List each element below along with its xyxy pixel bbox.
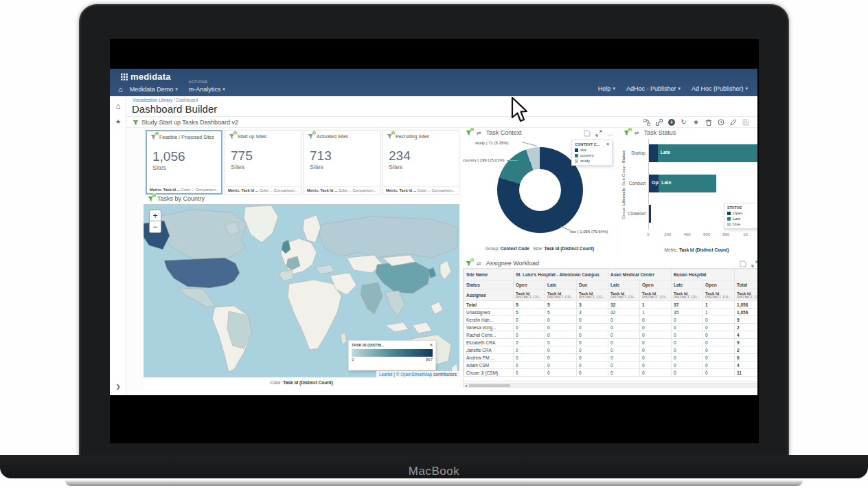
status-col-header[interactable]: Open [640, 280, 672, 289]
value-cell[interactable]: 0 [703, 369, 735, 377]
value-cell[interactable]: 0 [545, 354, 577, 362]
bar-segment-open[interactable] [649, 205, 651, 223]
assignee-name-cell[interactable]: Unassigned [464, 309, 514, 316]
value-cell[interactable]: 0 [545, 331, 577, 339]
value-cell[interactable]: 0 [514, 346, 545, 354]
assignee-name-cell[interactable]: Adam CSM [464, 362, 514, 369]
measure-header[interactable]: Task IdDISTINCT_CO... [608, 289, 640, 301]
table-row-chuan-ji-csm-[interactable]: Chuan Ji (CSM)000000011 [464, 369, 758, 377]
value-cell[interactable]: 0 [577, 354, 608, 362]
value-cell[interactable]: 0 [672, 362, 703, 369]
refresh-icon[interactable]: ↻ [680, 118, 687, 126]
filter-funnel-icon[interactable]: 1 [150, 134, 157, 140]
close-icon[interactable]: × [606, 142, 609, 146]
status-col-header[interactable]: Open [514, 280, 545, 289]
value-cell[interactable]: 0 [608, 346, 640, 354]
legend-item-open[interactable]: Open [724, 210, 757, 216]
value-cell[interactable]: 0 [703, 362, 735, 369]
save-icon[interactable] [739, 260, 746, 267]
save-icon[interactable] [742, 118, 749, 126]
delete-icon[interactable] [705, 118, 712, 126]
table-row-kerstin-hah-[interactable]: Kerstin Hah...00000009 [464, 316, 758, 324]
home-icon[interactable]: ⌂ [118, 85, 123, 93]
horizontal-scrollbar[interactable]: ◄► [463, 383, 757, 388]
legend-item-site[interactable]: site [572, 147, 612, 153]
save-icon[interactable] [583, 129, 591, 137]
value-cell[interactable]: 0 [577, 369, 608, 377]
table-row-elizabeth-cra[interactable]: Elizabeth CRA00000009 [464, 339, 758, 346]
value-cell[interactable]: 0 [608, 339, 640, 346]
osm-link[interactable]: OpenStreetMap [400, 372, 432, 377]
total-cell[interactable]: 4 [735, 362, 757, 369]
value-cell[interactable]: 0 [608, 331, 640, 339]
download-icon[interactable] [667, 118, 675, 126]
site-group-header[interactable]: St. Luke's Hospital - Allentown Campus [514, 269, 608, 280]
value-cell[interactable]: 0 [545, 346, 577, 354]
kpi-card-startup-sites[interactable]: 2Start up Sites 775 Sites Metric: Task I… [225, 130, 301, 195]
value-cell[interactable]: 0 [672, 316, 703, 324]
value-cell[interactable]: 0 [545, 362, 577, 369]
site-group-header[interactable]: Busan Hospital [672, 269, 735, 280]
zoom-out-button[interactable]: − [149, 221, 161, 233]
favorite-star-icon[interactable]: ★ [692, 118, 700, 126]
measure-header[interactable]: Task IdDISTINCT_CO... [577, 289, 608, 301]
kpi-card-recruiting-sites[interactable]: 1Recruiting Sites 234 Sites Metric: Task… [382, 130, 459, 195]
value-cell[interactable]: 0 [608, 324, 640, 331]
table-row-andrew-pm-[interactable]: Andrew PM ...00000006 [464, 354, 758, 362]
swap-icon[interactable]: ⇄ [477, 130, 481, 136]
value-cell[interactable]: 0 [703, 331, 735, 339]
value-cell[interactable]: 0 [672, 354, 703, 362]
measure-header[interactable]: Task IdDISTINCT_CO... [735, 289, 757, 301]
total-cell[interactable]: 6 [735, 354, 757, 362]
value-cell[interactable]: 0 [672, 346, 703, 354]
total-cell[interactable]: 9 [735, 316, 757, 324]
value-cell[interactable]: 1 [640, 309, 672, 316]
table-row-janette-cra[interactable]: Janette CRA00000002 [464, 346, 758, 354]
total-col-header[interactable]: Total [735, 280, 757, 289]
status-col-header[interactable]: Due [577, 280, 608, 289]
breadcrumb-link[interactable]: Visualization Library [133, 98, 172, 102]
status-col-header[interactable]: Late [608, 280, 640, 289]
value-cell[interactable]: 0 [640, 316, 672, 324]
value-cell[interactable]: 5 [545, 301, 577, 309]
measure-header[interactable]: Task IdDISTINCT_CO... [514, 289, 545, 301]
value-cell[interactable]: 0 [577, 346, 608, 354]
assignee-name-cell[interactable]: Andrew PM ... [464, 354, 514, 362]
edit-pencil-icon[interactable] [729, 118, 737, 126]
value-cell[interactable]: 1 [703, 309, 735, 316]
dashboard-name[interactable]: Study Start up Tasks Dashboard v2 [133, 119, 238, 126]
total-cell[interactable]: 9 [735, 339, 757, 346]
filter-funnel-icon[interactable]: 2 [308, 133, 314, 140]
value-cell[interactable]: 0 [703, 324, 735, 331]
measure-header[interactable]: Task IdDISTINCT_CO... [703, 289, 735, 301]
value-cell[interactable]: 0 [577, 339, 608, 346]
nav-menu-analytics[interactable]: m-Analytics▾ [189, 86, 225, 93]
value-cell[interactable]: 1 [640, 301, 672, 309]
expand-icon[interactable] [751, 260, 757, 267]
value-cell[interactable]: 0 [577, 324, 608, 331]
scroll-thumb[interactable] [469, 384, 510, 387]
value-cell[interactable]: 0 [608, 369, 640, 377]
bar-row-startup[interactable]: StartupLate [649, 144, 757, 162]
table-row-rachel-centr-[interactable]: Rachel Centr...00000004 [464, 331, 758, 339]
value-cell[interactable]: 0 [545, 316, 577, 324]
value-cell[interactable]: 0 [640, 369, 672, 377]
value-cell[interactable]: 0 [608, 362, 640, 369]
value-cell[interactable]: 5 [514, 309, 545, 316]
value-cell[interactable]: 5 [514, 301, 545, 309]
value-cell[interactable]: 0 [545, 324, 577, 331]
zoom-in-button[interactable]: + [149, 210, 161, 221]
value-cell[interactable]: 0 [640, 331, 672, 339]
value-cell[interactable]: 0 [640, 354, 672, 362]
value-cell[interactable]: 0 [703, 316, 735, 324]
value-cell[interactable]: 0 [514, 331, 545, 339]
bar-segment-open[interactable] [649, 144, 658, 162]
value-cell[interactable]: 3 [577, 309, 608, 316]
value-cell[interactable]: 35 [672, 309, 703, 316]
total-cell[interactable]: 2 [735, 346, 757, 354]
schedule-clock-icon[interactable] [717, 118, 724, 126]
assignee-name-cell[interactable]: Janette CRA [464, 346, 514, 354]
bar-segment-open[interactable]: Open [649, 175, 659, 192]
world-choropleth-map[interactable]: + − TASK ID (DISTIN...× 0867 Leaflet | ©… [144, 204, 459, 377]
kpi-card-feasible-proposed-sites[interactable]: 1Feasible / Proposed Sites 1,056 Sites M… [146, 130, 222, 195]
